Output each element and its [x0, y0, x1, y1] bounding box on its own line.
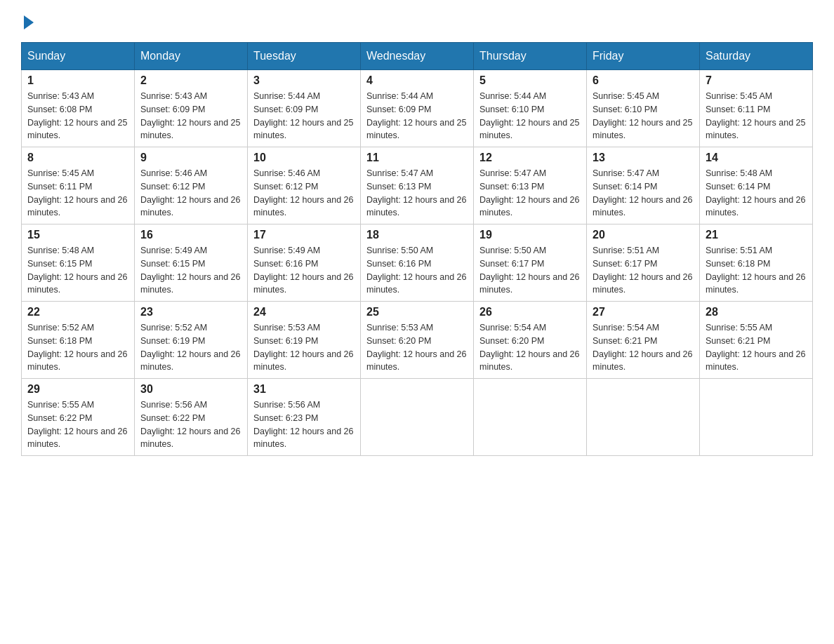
day-info: Sunrise: 5:53 AMSunset: 6:20 PMDaylight:…: [366, 321, 468, 374]
day-number: 24: [253, 306, 355, 318]
day-number: 9: [140, 152, 241, 164]
day-info: Sunrise: 5:44 AMSunset: 6:09 PMDaylight:…: [253, 90, 355, 142]
day-info: Sunrise: 5:47 AMSunset: 6:14 PMDaylight:…: [593, 167, 694, 220]
day-number: 7: [706, 74, 807, 87]
calendar-day-cell: 12 Sunrise: 5:47 AMSunset: 6:13 PMDaylig…: [474, 147, 587, 224]
weekday-header-cell: Friday: [587, 43, 700, 70]
calendar-day-cell: 17 Sunrise: 5:49 AMSunset: 6:16 PMDaylig…: [248, 224, 361, 302]
day-info: Sunrise: 5:46 AMSunset: 6:12 PMDaylight:…: [253, 167, 355, 220]
day-number: 11: [366, 152, 468, 164]
day-number: 31: [253, 383, 355, 396]
calendar-day-cell: 23 Sunrise: 5:52 AMSunset: 6:19 PMDaylig…: [135, 302, 248, 379]
calendar-day-cell: 1 Sunrise: 5:43 AMSunset: 6:08 PMDayligh…: [22, 70, 135, 147]
day-number: 17: [253, 229, 355, 241]
day-info: Sunrise: 5:47 AMSunset: 6:13 PMDaylight:…: [479, 167, 581, 220]
day-info: Sunrise: 5:44 AMSunset: 6:09 PMDaylight:…: [366, 90, 468, 142]
weekday-header-cell: Sunday: [22, 43, 135, 70]
calendar-week-row: 22 Sunrise: 5:52 AMSunset: 6:18 PMDaylig…: [22, 302, 813, 379]
day-number: 6: [593, 74, 694, 87]
day-info: Sunrise: 5:49 AMSunset: 6:16 PMDaylight:…: [253, 244, 355, 297]
day-info: Sunrise: 5:48 AMSunset: 6:14 PMDaylight:…: [706, 167, 807, 220]
day-number: 28: [706, 306, 807, 318]
day-info: Sunrise: 5:46 AMSunset: 6:12 PMDaylight:…: [140, 167, 241, 220]
day-info: Sunrise: 5:55 AMSunset: 6:21 PMDaylight:…: [706, 321, 807, 374]
weekday-header-cell: Monday: [135, 43, 248, 70]
day-info: Sunrise: 5:52 AMSunset: 6:18 PMDaylight:…: [27, 321, 128, 374]
weekday-header-cell: Saturday: [700, 43, 813, 70]
calendar-week-row: 1 Sunrise: 5:43 AMSunset: 6:08 PMDayligh…: [22, 70, 813, 147]
weekday-header-cell: Tuesday: [248, 43, 361, 70]
day-number: 20: [593, 229, 694, 241]
day-info: Sunrise: 5:56 AMSunset: 6:23 PMDaylight:…: [253, 398, 355, 451]
day-info: Sunrise: 5:51 AMSunset: 6:18 PMDaylight:…: [706, 244, 807, 297]
day-info: Sunrise: 5:49 AMSunset: 6:15 PMDaylight:…: [140, 244, 241, 297]
day-number: 15: [27, 229, 128, 241]
calendar-day-cell: 30 Sunrise: 5:56 AMSunset: 6:22 PMDaylig…: [135, 379, 248, 456]
calendar-table: SundayMondayTuesdayWednesdayThursdayFrid…: [21, 42, 813, 456]
calendar-day-cell: 3 Sunrise: 5:44 AMSunset: 6:09 PMDayligh…: [248, 70, 361, 147]
weekday-header-row: SundayMondayTuesdayWednesdayThursdayFrid…: [22, 43, 813, 70]
day-number: 19: [479, 229, 581, 241]
day-number: 21: [706, 229, 807, 241]
day-number: 16: [140, 229, 241, 241]
day-info: Sunrise: 5:50 AMSunset: 6:17 PMDaylight:…: [479, 244, 581, 297]
day-number: 4: [366, 74, 468, 87]
day-info: Sunrise: 5:45 AMSunset: 6:11 PMDaylight:…: [27, 167, 128, 220]
day-number: 23: [140, 306, 241, 318]
day-number: 22: [27, 306, 128, 318]
calendar-body: 1 Sunrise: 5:43 AMSunset: 6:08 PMDayligh…: [22, 70, 813, 456]
day-number: 14: [706, 152, 807, 164]
day-number: 1: [27, 74, 128, 87]
day-number: 26: [479, 306, 581, 318]
calendar-day-cell: 13 Sunrise: 5:47 AMSunset: 6:14 PMDaylig…: [587, 147, 700, 224]
calendar-day-cell: 22 Sunrise: 5:52 AMSunset: 6:18 PMDaylig…: [22, 302, 135, 379]
day-number: 29: [27, 383, 128, 396]
day-number: 13: [593, 152, 694, 164]
calendar-day-cell: 5 Sunrise: 5:44 AMSunset: 6:10 PMDayligh…: [474, 70, 587, 147]
day-info: Sunrise: 5:45 AMSunset: 6:11 PMDaylight:…: [706, 90, 807, 142]
day-number: 10: [253, 152, 355, 164]
calendar-day-cell: 26 Sunrise: 5:54 AMSunset: 6:20 PMDaylig…: [474, 302, 587, 379]
calendar-day-cell: [474, 379, 587, 456]
day-info: Sunrise: 5:45 AMSunset: 6:10 PMDaylight:…: [593, 90, 694, 142]
day-info: Sunrise: 5:52 AMSunset: 6:19 PMDaylight:…: [140, 321, 241, 374]
day-number: 18: [366, 229, 468, 241]
day-number: 3: [253, 74, 355, 87]
day-info: Sunrise: 5:47 AMSunset: 6:13 PMDaylight:…: [366, 167, 468, 220]
calendar-day-cell: 10 Sunrise: 5:46 AMSunset: 6:12 PMDaylig…: [248, 147, 361, 224]
day-info: Sunrise: 5:56 AMSunset: 6:22 PMDaylight:…: [140, 398, 241, 451]
weekday-header-cell: Thursday: [474, 43, 587, 70]
day-info: Sunrise: 5:54 AMSunset: 6:21 PMDaylight:…: [593, 321, 694, 374]
logo-arrow-icon: [24, 15, 34, 29]
calendar-day-cell: 9 Sunrise: 5:46 AMSunset: 6:12 PMDayligh…: [135, 147, 248, 224]
day-info: Sunrise: 5:43 AMSunset: 6:08 PMDaylight:…: [27, 90, 128, 142]
day-number: 2: [140, 74, 241, 87]
day-number: 8: [27, 152, 128, 164]
calendar-day-cell: 28 Sunrise: 5:55 AMSunset: 6:21 PMDaylig…: [700, 302, 813, 379]
calendar-day-cell: 6 Sunrise: 5:45 AMSunset: 6:10 PMDayligh…: [587, 70, 700, 147]
page-header: [21, 14, 813, 28]
calendar-day-cell: 20 Sunrise: 5:51 AMSunset: 6:17 PMDaylig…: [587, 224, 700, 302]
calendar-day-cell: 4 Sunrise: 5:44 AMSunset: 6:09 PMDayligh…: [361, 70, 474, 147]
calendar-day-cell: 2 Sunrise: 5:43 AMSunset: 6:09 PMDayligh…: [135, 70, 248, 147]
day-info: Sunrise: 5:51 AMSunset: 6:17 PMDaylight:…: [593, 244, 694, 297]
calendar-day-cell: 8 Sunrise: 5:45 AMSunset: 6:11 PMDayligh…: [22, 147, 135, 224]
calendar-day-cell: 31 Sunrise: 5:56 AMSunset: 6:23 PMDaylig…: [248, 379, 361, 456]
calendar-day-cell: [700, 379, 813, 456]
calendar-day-cell: 27 Sunrise: 5:54 AMSunset: 6:21 PMDaylig…: [587, 302, 700, 379]
day-info: Sunrise: 5:53 AMSunset: 6:19 PMDaylight:…: [253, 321, 355, 374]
day-info: Sunrise: 5:50 AMSunset: 6:16 PMDaylight:…: [366, 244, 468, 297]
calendar-day-cell: 11 Sunrise: 5:47 AMSunset: 6:13 PMDaylig…: [361, 147, 474, 224]
calendar-day-cell: 25 Sunrise: 5:53 AMSunset: 6:20 PMDaylig…: [361, 302, 474, 379]
calendar-day-cell: 7 Sunrise: 5:45 AMSunset: 6:11 PMDayligh…: [700, 70, 813, 147]
day-info: Sunrise: 5:55 AMSunset: 6:22 PMDaylight:…: [27, 398, 128, 451]
day-number: 5: [479, 74, 581, 87]
weekday-header-cell: Wednesday: [361, 43, 474, 70]
calendar-week-row: 8 Sunrise: 5:45 AMSunset: 6:11 PMDayligh…: [22, 147, 813, 224]
calendar-day-cell: 16 Sunrise: 5:49 AMSunset: 6:15 PMDaylig…: [135, 224, 248, 302]
calendar-day-cell: 15 Sunrise: 5:48 AMSunset: 6:15 PMDaylig…: [22, 224, 135, 302]
calendar-day-cell: 29 Sunrise: 5:55 AMSunset: 6:22 PMDaylig…: [22, 379, 135, 456]
day-info: Sunrise: 5:44 AMSunset: 6:10 PMDaylight:…: [479, 90, 581, 142]
day-number: 30: [140, 383, 241, 396]
calendar-day-cell: 19 Sunrise: 5:50 AMSunset: 6:17 PMDaylig…: [474, 224, 587, 302]
